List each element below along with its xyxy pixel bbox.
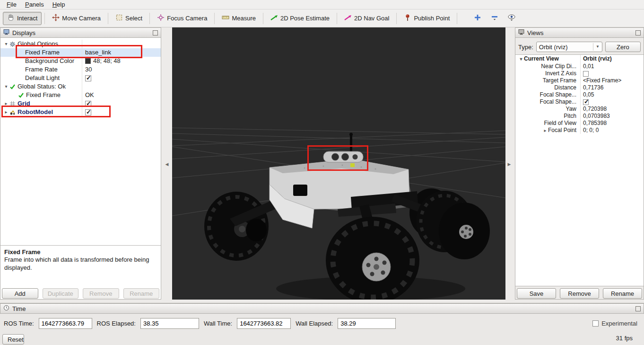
add-tool-button[interactable] (471, 12, 484, 25)
focal-shape-checkbox[interactable] (583, 99, 589, 105)
panel-float-button[interactable] (635, 30, 641, 35)
expand-arrow-icon[interactable]: ▾ (3, 40, 9, 48)
tree-row-frame-rate[interactable]: Frame Rate 30 (0, 65, 161, 74)
expand-arrow-icon[interactable]: ▸ (542, 127, 548, 134)
interact-tool-button[interactable]: Interact (3, 12, 42, 25)
property-value[interactable]: 0,785398 (580, 120, 644, 127)
property-label: Fixed Frame (26, 91, 61, 99)
right-panel-collapse-arrow[interactable]: ▶ (507, 160, 512, 168)
remove-view-button[interactable]: Remove (560, 288, 599, 299)
views-panel-header[interactable]: Views (515, 27, 644, 38)
ruler-icon (222, 14, 229, 23)
duplicate-display-button[interactable]: Duplicate (43, 288, 79, 299)
3d-scene (172, 27, 505, 300)
fixed-frame-value[interactable]: base_link (82, 48, 161, 57)
time-panel-header[interactable]: Time (0, 303, 644, 314)
save-view-button[interactable]: Save (517, 288, 556, 299)
tree-row-grid[interactable]: ▸Grid (0, 99, 161, 108)
hand-cursor-icon (7, 14, 15, 23)
property-value[interactable]: 0,05 (580, 91, 644, 98)
tree-row-background-color[interactable]: Background Color 48; 48; 48 (0, 57, 161, 65)
property-row-focal-point[interactable]: ▸Focal Point 0; 0; 0 (515, 127, 644, 134)
property-label: Global Status: Ok (17, 82, 66, 91)
expand-arrow-icon[interactable]: ▸ (3, 99, 9, 108)
property-value[interactable]: 0,720398 (580, 106, 644, 113)
property-row-focal-shape-size[interactable]: Focal Shape... 0,05 (515, 91, 644, 98)
views-buttons: Save Remove Rename (515, 288, 644, 300)
menu-help[interactable]: Help (49, 0, 69, 9)
panel-float-button[interactable] (635, 306, 641, 311)
wall-time-input[interactable] (237, 318, 291, 329)
measure-tool-button[interactable]: Measure (218, 12, 260, 25)
time-fields: ROS Time: ROS Elapsed: Wall Time: Wall E… (4, 318, 396, 329)
nav-goal-tool-button[interactable]: 2D Nav Goal (340, 12, 393, 25)
property-row-pitch[interactable]: Pitch 0,0703983 (515, 113, 644, 120)
views-panel-icon (518, 29, 524, 36)
zero-button[interactable]: Zero (605, 42, 641, 52)
property-label: Fixed Frame (25, 48, 60, 57)
remove-display-button[interactable]: Remove (83, 288, 119, 299)
rename-display-button[interactable]: Rename (123, 288, 160, 299)
property-row-field-of-view[interactable]: Field of View 0,785398 (515, 120, 644, 127)
view-type-select[interactable]: Orbit (rviz) ▼ (536, 42, 602, 52)
pose-estimate-tool-button[interactable]: 2D Pose Estimate (266, 12, 334, 25)
property-row-invert-z[interactable]: Invert Z Axis (515, 70, 644, 77)
select-tool-button[interactable]: Select (111, 12, 147, 25)
tool-label: Select (125, 15, 142, 22)
move-camera-tool-button[interactable]: Move Camera (48, 12, 105, 25)
focus-camera-tool-button[interactable]: Focus Camera (153, 12, 211, 25)
property-label: Global Options (17, 40, 58, 48)
expand-arrow-icon[interactable]: ▾ (518, 55, 524, 63)
tree-row-global-options[interactable]: ▾Global Options (0, 40, 161, 48)
ros-elapsed-input[interactable] (140, 318, 199, 329)
eye-icon (507, 14, 516, 23)
camera-type-button[interactable] (505, 12, 518, 25)
frame-rate-value[interactable]: 30 (82, 65, 161, 74)
property-row-near-clip[interactable]: Near Clip Di... 0,01 (515, 63, 644, 70)
menu-file[interactable]: File (3, 0, 20, 9)
render-viewport[interactable] (172, 27, 505, 300)
tree-row-status-fixed-frame[interactable]: Fixed Frame OK (0, 91, 161, 99)
panel-float-button[interactable] (153, 30, 158, 35)
views-tree-header: ▾Current View Orbit (rviz) (515, 55, 644, 63)
remove-tool-button[interactable] (488, 12, 501, 25)
current-view-label: Current View (524, 55, 559, 63)
views-panel: Views Type: Orbit (rviz) ▼ Zero ▾Current… (515, 27, 644, 300)
publish-point-tool-button[interactable]: Publish Point (400, 12, 454, 25)
tree-row-global-status[interactable]: ▾Global Status: Ok (0, 82, 161, 91)
property-value[interactable]: <Fixed Frame> (580, 77, 644, 84)
experimental-checkbox[interactable] (592, 320, 599, 327)
property-row-focal-shape-fixed[interactable]: Focal Shape... (515, 98, 644, 106)
toolbar-separator (337, 13, 337, 24)
expand-arrow-icon[interactable]: ▾ (3, 82, 9, 91)
left-panel-collapse-arrow[interactable]: ◀ (165, 160, 169, 168)
reset-button[interactable]: Reset (2, 334, 24, 345)
displays-panel-header[interactable]: Displays (0, 27, 161, 38)
property-value[interactable]: 0,0703983 (580, 113, 644, 120)
property-row-yaw[interactable]: Yaw 0,720398 (515, 106, 644, 113)
chevron-down-icon: ▼ (593, 43, 600, 51)
rename-view-button[interactable]: Rename (603, 288, 642, 299)
ros-time-label: ROS Time: (4, 320, 34, 327)
property-row-distance[interactable]: Distance 0,71736 (515, 84, 644, 91)
robot-model-enabled-checkbox[interactable] (85, 109, 91, 115)
menu-panels[interactable]: Panels (21, 0, 48, 9)
view-type-row: Type: Orbit (rviz) ▼ Zero (515, 41, 644, 53)
map-pin-icon (404, 14, 411, 23)
ros-time-input[interactable] (39, 318, 92, 329)
property-value[interactable]: 0,71736 (580, 84, 644, 91)
tree-row-fixed-frame[interactable]: Fixed Frame base_link (0, 48, 161, 57)
tree-row-robot-model[interactable]: ▸RobotModel (0, 108, 161, 116)
wall-elapsed-input[interactable] (338, 318, 396, 329)
property-value[interactable]: 0,01 (580, 63, 644, 70)
wall-elapsed-label: Wall Elapsed: (296, 320, 333, 327)
add-display-button[interactable]: Add (2, 288, 38, 299)
property-row-target-frame[interactable]: Target Frame <Fixed Frame> (515, 77, 644, 84)
display-name: Grid (17, 99, 30, 108)
default-light-checkbox[interactable] (85, 75, 91, 81)
expand-arrow-icon[interactable]: ▸ (3, 108, 9, 116)
grid-enabled-checkbox[interactable] (85, 101, 91, 107)
invert-z-checkbox[interactable] (583, 71, 589, 77)
tree-row-default-light[interactable]: Default Light (0, 74, 161, 82)
property-value[interactable]: 0; 0; 0 (580, 127, 644, 134)
